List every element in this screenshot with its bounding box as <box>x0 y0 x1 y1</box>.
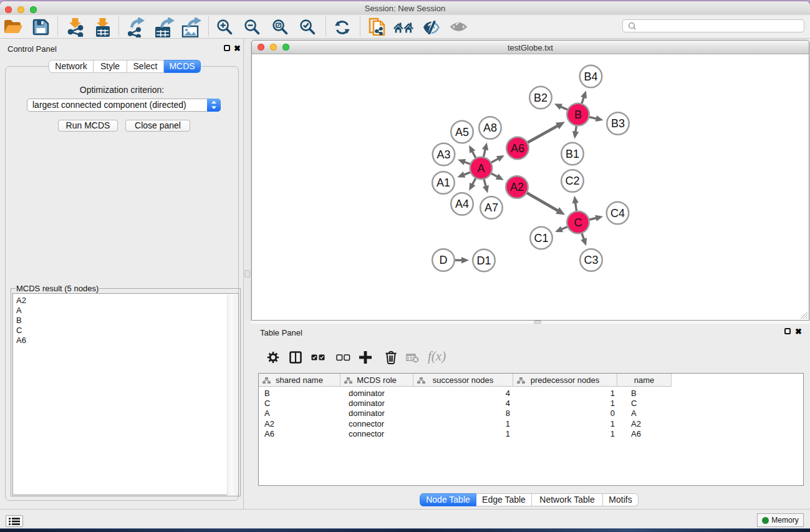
svg-text:A3: A3 <box>436 148 450 161</box>
svg-text:C3: C3 <box>584 254 598 266</box>
svg-text:A7: A7 <box>485 201 498 214</box>
svg-text:B1: B1 <box>566 148 579 160</box>
svg-text:A6: A6 <box>511 142 524 155</box>
svg-text:C4: C4 <box>610 207 625 220</box>
svg-text:A1: A1 <box>436 177 450 189</box>
svg-text:A2: A2 <box>510 181 524 193</box>
svg-text:A: A <box>477 162 485 175</box>
svg-text:B3: B3 <box>611 117 625 130</box>
svg-text:B: B <box>574 109 582 121</box>
svg-text:C: C <box>574 216 582 229</box>
svg-text:D1: D1 <box>476 254 491 267</box>
svg-text:A4: A4 <box>455 198 469 210</box>
svg-text:C2: C2 <box>565 175 579 187</box>
svg-text:A5: A5 <box>455 126 469 138</box>
svg-text:B2: B2 <box>534 92 547 104</box>
svg-text:C1: C1 <box>534 232 548 244</box>
svg-text:B4: B4 <box>584 70 597 83</box>
svg-text:A8: A8 <box>483 122 497 134</box>
svg-text:D: D <box>440 254 448 266</box>
